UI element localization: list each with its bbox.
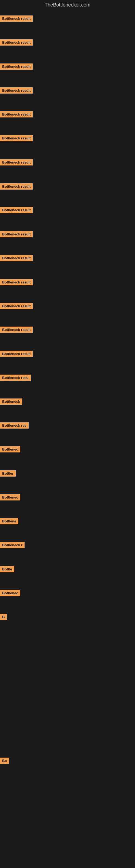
bottleneck-badge: Bo [0, 757, 9, 764]
bottleneck-item[interactable]: Bottleneck result [0, 303, 33, 310]
bottleneck-item[interactable]: Bottleneck result [0, 135, 33, 143]
bottleneck-item[interactable]: Bottleneck result [0, 183, 33, 191]
bottleneck-badge: Bottleneck result [0, 231, 33, 237]
bottleneck-item[interactable]: Bottleneck result [0, 39, 33, 46]
bottleneck-badge: Bottlenec [0, 446, 20, 453]
bottleneck-badge: Bottleneck result [0, 16, 33, 22]
bottleneck-item[interactable]: Bottleneck result [0, 87, 33, 95]
bottleneck-item[interactable]: Bottleneck [0, 399, 22, 406]
bottleneck-item[interactable]: B [0, 614, 7, 621]
bottleneck-item[interactable]: Bottleneck result [0, 207, 33, 214]
bottleneck-item[interactable]: Bottleneck result [0, 111, 33, 119]
bottleneck-item[interactable]: Bottleneck result [0, 279, 33, 286]
bottleneck-badge: B [0, 614, 7, 620]
bottleneck-item[interactable]: Bottleneck result [0, 255, 33, 262]
bottleneck-item[interactable]: Bottle [0, 566, 14, 574]
bottleneck-item[interactable]: Bo [0, 757, 9, 765]
bottleneck-badge: Bottleneck result [0, 183, 33, 190]
bottleneck-badge: Bottlenec [0, 590, 20, 596]
bottleneck-item[interactable]: Bottleneck resu [0, 375, 31, 382]
bottleneck-item[interactable]: Bottlenec [0, 446, 20, 454]
bottleneck-badge: Bottleneck result [0, 87, 33, 94]
bottleneck-badge: Bottleneck [0, 399, 22, 405]
bottleneck-item[interactable]: Bottler [0, 470, 16, 478]
site-title: TheBottlenecker.com [0, 0, 135, 9]
bottleneck-badge: Bottlenec [0, 494, 20, 500]
bottleneck-item[interactable]: Bottleneck result [0, 16, 33, 23]
bottleneck-item[interactable]: Bottleneck result [0, 327, 33, 334]
bottleneck-badge: Bottleneck result [0, 303, 33, 309]
bottleneck-item[interactable]: Bottlenec [0, 494, 20, 501]
bottleneck-badge: Bottleneck result [0, 351, 33, 357]
bottleneck-badge: Bottleneck result [0, 135, 33, 141]
bottleneck-item[interactable]: Bottleneck result [0, 231, 33, 239]
bottleneck-badge: Bottle [0, 566, 14, 572]
bottleneck-badge: Bottleneck result [0, 159, 33, 165]
bottleneck-badge: Bottleneck resu [0, 375, 31, 381]
bottleneck-badge: Bottler [0, 470, 16, 476]
bottleneck-item[interactable]: Bottleneck result [0, 63, 33, 71]
bottleneck-item[interactable]: Bottleneck result [0, 351, 33, 358]
bottleneck-item[interactable]: Bottlene [0, 518, 18, 525]
bottleneck-badge: Bottlene [0, 518, 18, 524]
bottleneck-badge: Bottleneck res [0, 422, 29, 429]
bottleneck-item[interactable]: Bottlenec [0, 590, 20, 597]
bottleneck-badge: Bottleneck result [0, 39, 33, 45]
bottleneck-badge: Bottleneck result [0, 111, 33, 118]
bottleneck-item[interactable]: Bottleneck res [0, 422, 29, 430]
bottleneck-badge: Bottleneck result [0, 327, 33, 333]
bottleneck-item[interactable]: Bottleneck r [0, 542, 25, 549]
bottleneck-badge: Bottleneck result [0, 63, 33, 70]
bottleneck-item[interactable]: Bottleneck result [0, 159, 33, 166]
bottleneck-badge: Bottleneck result [0, 255, 33, 261]
bottleneck-badge: Bottleneck result [0, 207, 33, 213]
bottleneck-badge: Bottleneck result [0, 279, 33, 285]
bottleneck-badge: Bottleneck r [0, 542, 25, 548]
